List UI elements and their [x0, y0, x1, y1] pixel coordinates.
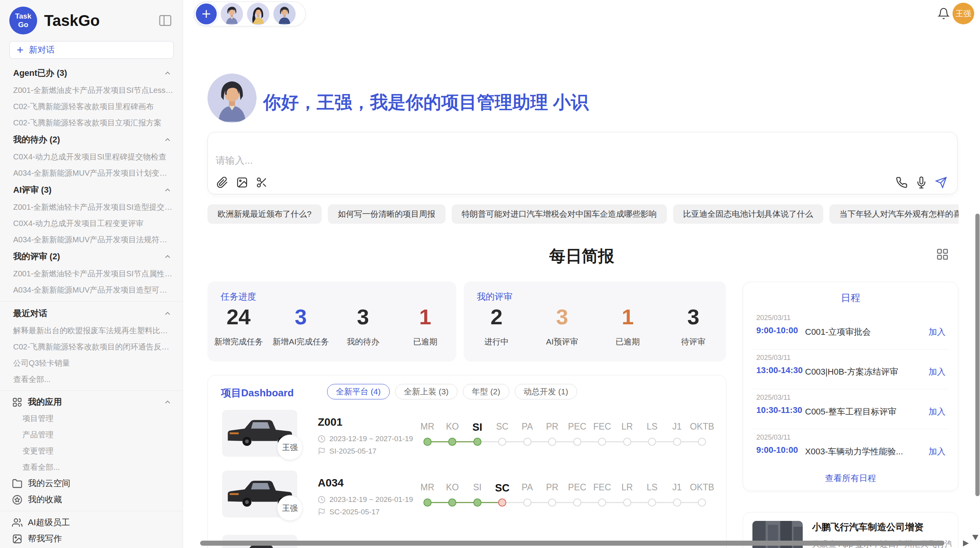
- list-item[interactable]: C0X4-动力总成开发项目SI里程碑提交物检查: [0, 149, 183, 165]
- list-item[interactable]: A034-全新新能源MUV产品开发项目造型可行性评审: [0, 282, 183, 298]
- suggestion-chip[interactable]: 如何写一份清晰的项目周报: [328, 204, 445, 224]
- suggestion-chip[interactable]: 欧洲新规最近颁布了什么?: [207, 204, 322, 224]
- milestone-dot[interactable]: [448, 438, 456, 446]
- add-agent-button[interactable]: [196, 3, 217, 24]
- notification-bell-icon[interactable]: [937, 7, 950, 20]
- schedule-item: 2025/03/11 9:00-10:00 X003-车辆动力学性能验... 加…: [743, 429, 958, 469]
- milestone-label: LR: [615, 421, 640, 433]
- sidebar-item-cloud-space[interactable]: 我的云空间: [0, 475, 183, 491]
- view-all-apps[interactable]: 查看全部...: [0, 459, 183, 475]
- user-avatar[interactable]: 王强: [953, 3, 974, 24]
- list-item[interactable]: Z001-全新燃油皮卡产品开发项目SI节点Lesson Learn报告: [0, 82, 183, 98]
- milestone-dot[interactable]: [598, 498, 606, 507]
- join-button[interactable]: 加入: [929, 406, 946, 418]
- horizontal-scrollbar[interactable]: [200, 541, 944, 546]
- join-button[interactable]: 加入: [929, 366, 946, 378]
- new-chat-button[interactable]: 新对话: [9, 41, 174, 59]
- milestone-dot[interactable]: [698, 498, 706, 507]
- section-recent-chats[interactable]: 最近对话: [0, 305, 183, 322]
- sidebar-nav: Agent已办 (3) Z001-全新燃油皮卡产品开发项目SI节点Lesson …: [0, 64, 183, 548]
- sidebar-item-my-apps[interactable]: 我的应用: [0, 394, 183, 410]
- milestone-dot[interactable]: [698, 438, 706, 446]
- list-item[interactable]: A034-全新新能源MUV产品开发项目法规符合性评审: [0, 231, 183, 248]
- join-button[interactable]: 加入: [929, 446, 946, 457]
- list-item[interactable]: 解释最新出台的欧盟报废车法规再生塑料比例被调至15%...: [0, 322, 183, 339]
- sidebar-item-ai-super-staff[interactable]: AI超级员工: [0, 514, 183, 531]
- milestone-dot[interactable]: [423, 498, 432, 507]
- project-dates: 2023-12-19 ~ 2027-01-19: [318, 435, 413, 443]
- view-all-schedule[interactable]: 查看所有日程: [743, 473, 958, 484]
- milestone-dot[interactable]: [623, 498, 631, 507]
- milestone-dot[interactable]: [673, 438, 681, 446]
- vertical-scrollbar[interactable]: [975, 214, 980, 496]
- sidebar-item-change-mgmt[interactable]: 变更管理: [0, 443, 183, 459]
- tab-year-model[interactable]: 年型 (2): [463, 384, 509, 399]
- sidebar-item-favorites[interactable]: 我的收藏: [0, 491, 183, 508]
- sidebar-item-project-mgmt[interactable]: 项目管理: [0, 410, 183, 426]
- chat-input[interactable]: [216, 155, 757, 166]
- stat-new-ai-done: 3 新增AI完成任务: [270, 305, 332, 347]
- list-item[interactable]: Z001-全新燃油轻卡产品开发项目SI节点属性5D文件评审: [0, 265, 183, 282]
- milestone-dot[interactable]: [623, 438, 631, 446]
- suggestion-chip[interactable]: 当下年轻人对汽车外观有怎样的喜好趋势: [829, 204, 959, 224]
- phone-icon[interactable]: [896, 176, 908, 188]
- project-row[interactable]: 王强 Z001 2023-12-19 ~ 2027-01-19 SI-2025-…: [208, 410, 726, 471]
- suggestion-chip[interactable]: 比亚迪全固态电池计划具体说了什么: [673, 204, 823, 224]
- tab-new-body[interactable]: 全新上装 (3): [395, 384, 458, 399]
- image-upload-icon[interactable]: [236, 176, 248, 188]
- list-item[interactable]: C02-飞腾新能源轻客改款项目里程碑画布: [0, 98, 183, 115]
- scroll-right-arrow-icon[interactable]: [963, 540, 969, 546]
- tab-powertrain[interactable]: 动总开发 (1): [515, 384, 577, 399]
- milestone-dot[interactable]: [523, 498, 531, 507]
- input-actions: [896, 176, 947, 188]
- schedule-time: 9:00-10:00: [756, 325, 798, 336]
- view-all-recent[interactable]: 查看全部...: [0, 371, 183, 387]
- milestone-dot[interactable]: [573, 438, 581, 446]
- milestone-dot[interactable]: [473, 498, 481, 507]
- milestone-dot[interactable]: [648, 498, 656, 507]
- milestone-dot[interactable]: [423, 438, 432, 446]
- section-ai-review[interactable]: AI评审 (3): [0, 181, 183, 199]
- milestone-dot[interactable]: [523, 438, 531, 446]
- milestone-dot-overdue[interactable]: [498, 498, 506, 507]
- milestone-dot[interactable]: [448, 498, 456, 507]
- milestone-dot[interactable]: [673, 498, 681, 507]
- milestone-dot[interactable]: [648, 438, 656, 446]
- agent-avatar-3[interactable]: [273, 3, 296, 25]
- milestone-dot[interactable]: [473, 438, 481, 446]
- section-my-todo[interactable]: 我的待办 (2): [0, 131, 183, 149]
- sidebar-item-help-me-write[interactable]: 帮我写作: [0, 531, 183, 547]
- join-button[interactable]: 加入: [929, 326, 946, 338]
- tab-new-platform[interactable]: 全新平台 (4): [327, 384, 390, 399]
- list-item[interactable]: C0X4-动力总成开发项目工程变更评审: [0, 215, 183, 231]
- input-attachments: [216, 176, 268, 188]
- agent-avatar-2[interactable]: [247, 3, 269, 25]
- project-name: A034: [318, 477, 344, 489]
- list-item[interactable]: 公司Q3轻卡销量: [0, 355, 183, 371]
- daily-briefing-title: 每日简报: [183, 245, 980, 267]
- list-item[interactable]: Z001-全新燃油轻卡产品开发项目SI造型提交物评审: [0, 199, 183, 215]
- briefing-layout-icon[interactable]: [936, 248, 949, 261]
- paperclip-icon[interactable]: [216, 176, 228, 188]
- section-my-review[interactable]: 我的评审 (2): [0, 248, 183, 265]
- scissors-icon[interactable]: [256, 176, 268, 188]
- milestone-dot[interactable]: [573, 498, 581, 507]
- agent-avatar-1[interactable]: [221, 3, 243, 25]
- project-row[interactable]: 王强 A034 2023-12-19 ~ 2026-01-19 SC-2025-…: [208, 471, 726, 531]
- agent-switcher: [194, 2, 306, 26]
- milestone-dot[interactable]: [548, 498, 556, 507]
- project-name: Z001: [318, 416, 343, 428]
- microphone-icon[interactable]: [915, 176, 927, 188]
- send-icon[interactable]: [935, 176, 947, 188]
- section-agent-done[interactable]: Agent已办 (3): [0, 64, 183, 82]
- collapse-sidebar-icon[interactable]: [158, 13, 173, 28]
- milestone-dot[interactable]: [498, 438, 506, 446]
- list-item[interactable]: C02-飞腾新能源轻客改款项目的闭环通告反馈情况: [0, 339, 183, 355]
- milestone-dot[interactable]: [598, 438, 606, 446]
- sidebar-item-product-mgmt[interactable]: 产品管理: [0, 426, 183, 443]
- scroll-down-arrow-icon[interactable]: [972, 535, 978, 540]
- list-item[interactable]: C02-飞腾新能源轻客改款项目立项汇报方案: [0, 115, 183, 131]
- suggestion-chip[interactable]: 特朗普可能对进口汽车增税会对中国车企造成哪些影响: [452, 204, 667, 224]
- list-item[interactable]: A034-全新新能源MUV产品开发项目计划变更表编写: [0, 165, 183, 181]
- milestone-dot[interactable]: [548, 438, 556, 446]
